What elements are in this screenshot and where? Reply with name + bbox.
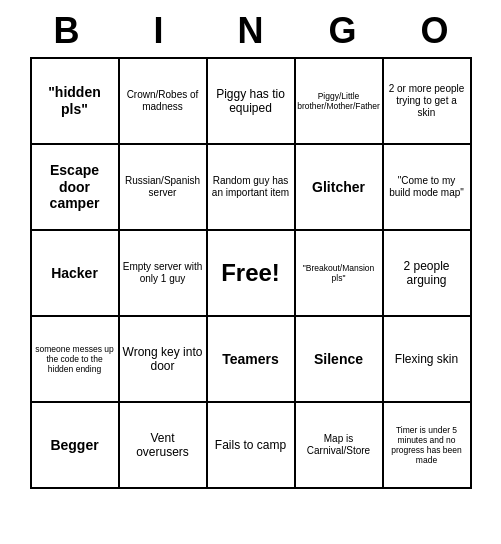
bingo-cell: someone messes up the code to the hidden… [32, 317, 120, 403]
bingo-cell: Wrong key into door [120, 317, 208, 403]
bingo-grid: "hidden pls"Crown/Robes of madnessPiggy … [30, 57, 472, 489]
letter-o: O [391, 10, 479, 52]
bingo-cell: Flexing skin [384, 317, 472, 403]
bingo-cell: Piggy has tio equiped [208, 59, 296, 145]
bingo-header: B I N G O [21, 0, 481, 57]
letter-g: G [299, 10, 387, 52]
bingo-cell: Begger [32, 403, 120, 489]
bingo-cell: Crown/Robes of madness [120, 59, 208, 145]
bingo-cell: Glitcher [296, 145, 384, 231]
bingo-cell: Empty server with only 1 guy [120, 231, 208, 317]
bingo-cell: 2 people arguing [384, 231, 472, 317]
bingo-cell: Fails to camp [208, 403, 296, 489]
bingo-cell: Map is Carnival/Store [296, 403, 384, 489]
bingo-cell: "Come to my build mode map" [384, 145, 472, 231]
bingo-cell: Silence [296, 317, 384, 403]
bingo-cell: Timer is under 5 minutes and no progress… [384, 403, 472, 489]
bingo-cell: Vent overusers [120, 403, 208, 489]
letter-b: B [23, 10, 111, 52]
letter-n: N [207, 10, 295, 52]
bingo-cell: Escape door camper [32, 145, 120, 231]
letter-i: I [115, 10, 203, 52]
bingo-cell: Piggy/Little brother/Mother/Father [296, 59, 384, 145]
bingo-cell: Russian/Spanish server [120, 145, 208, 231]
bingo-cell: Teamers [208, 317, 296, 403]
bingo-cell: Hacker [32, 231, 120, 317]
bingo-cell: Free! [208, 231, 296, 317]
bingo-cell: 2 or more people trying to get a skin [384, 59, 472, 145]
bingo-cell: "hidden pls" [32, 59, 120, 145]
bingo-cell: "Breakout/Mansion pls" [296, 231, 384, 317]
bingo-cell: Random guy has an important item [208, 145, 296, 231]
